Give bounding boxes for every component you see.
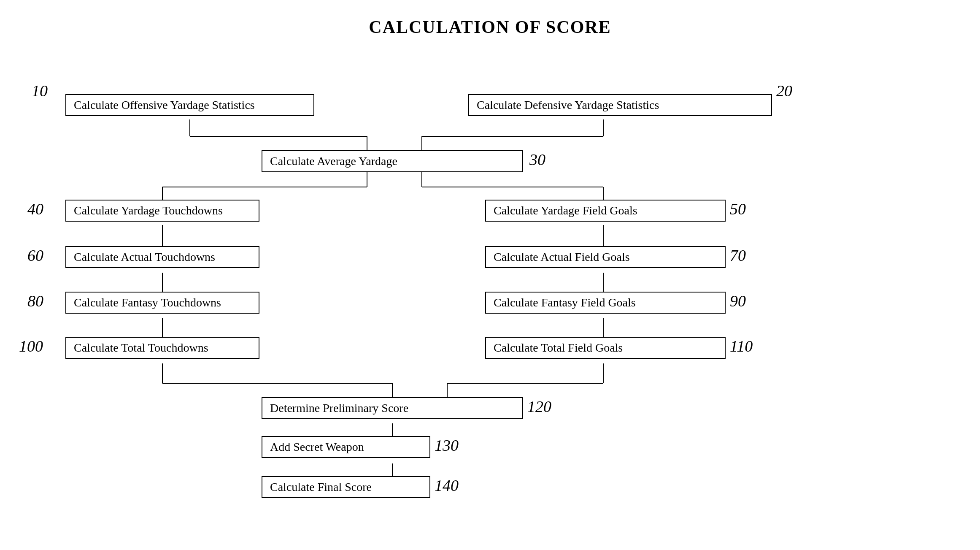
label-60: 60 [27, 246, 43, 265]
label-130: 130 [435, 436, 459, 455]
box-50: Calculate Yardage Field Goals [485, 200, 726, 222]
box-140: Calculate Final Score [262, 476, 430, 498]
label-40: 40 [27, 200, 43, 218]
box-20: Calculate Defensive Yardage Statistics [468, 94, 772, 116]
label-20: 20 [776, 81, 792, 100]
box-40: Calculate Yardage Touchdowns [65, 200, 259, 222]
box-70: Calculate Actual Field Goals [485, 246, 726, 268]
box-120: Determine Preliminary Score [262, 397, 523, 419]
label-10: 10 [32, 81, 48, 100]
box-90: Calculate Fantasy Field Goals [485, 292, 726, 314]
box-110: Calculate Total Field Goals [485, 337, 726, 359]
box-10: Calculate Offensive Yardage Statistics [65, 94, 314, 116]
page-title: CALCULATION OF SCORE [0, 0, 980, 37]
label-50: 50 [730, 200, 746, 218]
box-30: Calculate Average Yardage [262, 150, 523, 172]
box-130: Add Secret Weapon [262, 436, 430, 458]
label-80: 80 [27, 292, 43, 310]
box-100: Calculate Total Touchdowns [65, 337, 259, 359]
label-140: 140 [435, 476, 459, 495]
label-120: 120 [527, 397, 551, 416]
label-30: 30 [529, 150, 545, 169]
label-100: 100 [19, 337, 43, 355]
box-80: Calculate Fantasy Touchdowns [65, 292, 259, 314]
box-60: Calculate Actual Touchdowns [65, 246, 259, 268]
label-90: 90 [730, 292, 746, 310]
label-70: 70 [730, 246, 746, 265]
label-110: 110 [730, 337, 753, 355]
